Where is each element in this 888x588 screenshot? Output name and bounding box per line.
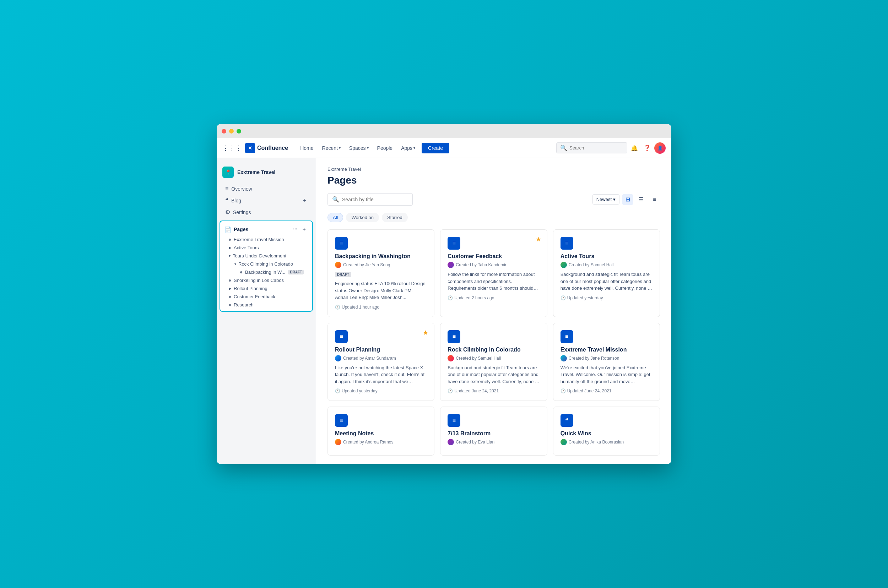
card-author: Created by Andrea Ramos xyxy=(335,439,427,445)
card-title: Rollout Planning xyxy=(335,346,427,353)
clock-icon: 🕐 xyxy=(448,296,453,300)
card-author: Created by Eva Lian xyxy=(448,439,539,445)
sidebar-item-customer-feedback[interactable]: Customer Feedback xyxy=(220,292,312,301)
minimize-button[interactable] xyxy=(229,129,234,134)
card-doc-icon: ≡ xyxy=(335,237,348,250)
clock-icon: 🕐 xyxy=(335,388,340,393)
pages-icon: 📄 xyxy=(224,226,231,233)
add-page-button[interactable]: ＋ xyxy=(300,225,308,233)
list-view-button[interactable]: ☰ xyxy=(636,194,646,205)
clock-icon: 🕐 xyxy=(335,304,340,310)
card-title: Active Tours xyxy=(560,253,652,260)
search-box[interactable]: 🔍 xyxy=(328,193,413,206)
card-item[interactable]: ≡ ★ Rollout Planning Created by Amar Sun… xyxy=(328,323,434,401)
card-item[interactable]: ≡ 7/13 Brainstorm Created by Eva Lian xyxy=(440,406,547,456)
card-item[interactable]: ≡ Backpacking in Washington Created by J… xyxy=(328,230,434,317)
close-button[interactable] xyxy=(222,129,226,134)
chevron-right-icon: ▶ xyxy=(229,246,231,250)
compact-view-button[interactable]: ≡ xyxy=(649,194,660,205)
card-doc-icon: ≡ xyxy=(560,237,573,250)
global-search-box[interactable]: 🔍 xyxy=(556,142,627,153)
filter-worked-on[interactable]: Worked on xyxy=(346,213,379,222)
navbar: ⋮⋮⋮ ✕ Confluence Home Recent ▾ Spaces ▾ … xyxy=(217,138,671,158)
nav-people[interactable]: People xyxy=(374,143,397,153)
global-search-input[interactable] xyxy=(569,145,624,150)
space-header[interactable]: 📍 Exxtreme Travel xyxy=(217,164,316,181)
sidebar-item-backpacking[interactable]: Backpacking in W... DRAFT xyxy=(220,268,312,276)
card-doc-icon: ❝ xyxy=(560,414,573,427)
sidebar-item-rollout[interactable]: ▶ Rollout Planning xyxy=(220,284,312,292)
grid-icon[interactable]: ⋮⋮⋮ xyxy=(222,144,242,152)
chevron-down-icon: ▾ xyxy=(229,254,230,258)
card-author: Created by Jane Rotanson xyxy=(560,355,652,362)
card-updated: 🕐Updated 2 hours ago xyxy=(448,296,539,300)
nav-spaces[interactable]: Spaces ▾ xyxy=(346,143,372,153)
overview-icon: ≡ xyxy=(225,186,228,192)
nav-home[interactable]: Home xyxy=(297,143,317,153)
nav-apps[interactable]: Apps ▾ xyxy=(397,143,419,153)
cards-grid: ≡ Backpacking in Washington Created by J… xyxy=(328,230,660,456)
card-title: Quick Wins xyxy=(560,430,652,437)
sidebar-item-mission[interactable]: Exxtreme Travel Mission xyxy=(220,236,312,244)
titlebar xyxy=(217,124,671,138)
search-input[interactable] xyxy=(342,197,408,202)
logo[interactable]: ✕ Confluence xyxy=(245,143,288,153)
filter-all[interactable]: All xyxy=(328,213,343,222)
dot-icon xyxy=(229,279,231,282)
create-button[interactable]: Create xyxy=(422,143,449,153)
card-body: Follow the links for more information ab… xyxy=(448,271,539,292)
grid-view-button[interactable]: ⊞ xyxy=(622,194,633,205)
content-area: Exxtreme Travel Pages 🔍 Newest ▾ ⊞ ☰ ≡ xyxy=(316,158,671,464)
author-avatar xyxy=(560,439,567,445)
card-body: We're excited that you've joined Exxtrem… xyxy=(560,364,652,385)
card-body: Engineering status ETA 100% rollout Desi… xyxy=(335,280,427,301)
author-avatar xyxy=(335,355,341,362)
sidebar-item-active-tours[interactable]: ▶ Active Tours xyxy=(220,244,312,252)
pages-section-header[interactable]: 📄 Pages ··· ＋ xyxy=(220,224,312,236)
pages-more-button[interactable]: ··· xyxy=(291,225,299,233)
add-blog-button[interactable]: ＋ xyxy=(302,197,307,204)
filter-starred[interactable]: Starred xyxy=(382,213,408,222)
author-avatar xyxy=(560,355,567,362)
chevron-down-icon: ▾ xyxy=(413,146,415,150)
sidebar-item-rock-climbing[interactable]: ▾ Rock Climbing in Colorado xyxy=(220,260,312,268)
help-button[interactable]: ❓ xyxy=(642,142,653,154)
nav-recent[interactable]: Recent ▾ xyxy=(318,143,344,153)
chevron-down-icon: ▾ xyxy=(234,262,236,266)
rock-climbing-label: Rock Climbing in Colorado xyxy=(238,261,293,267)
draft-badge: DRAFT xyxy=(288,270,304,274)
draft-badge: DRAFT xyxy=(335,272,351,277)
sidebar-item-tours-dev[interactable]: ▾ Tours Under Development xyxy=(220,252,312,260)
author-avatar xyxy=(448,355,454,362)
sidebar-item-research[interactable]: Research xyxy=(220,301,312,309)
maximize-button[interactable] xyxy=(237,129,241,134)
sidebar-item-settings[interactable]: ⚙ Settings xyxy=(219,207,313,218)
card-item[interactable]: ≡ ★ Customer Feedback Created by Taha Ka… xyxy=(440,230,547,317)
card-item[interactable]: ❝ Quick Wins Created by Anika Boonrasian xyxy=(553,406,660,456)
user-avatar[interactable]: 👤 xyxy=(654,142,666,154)
notifications-button[interactable]: 🔔 xyxy=(629,142,640,154)
chevron-right-icon: ▶ xyxy=(229,286,231,291)
sidebar-item-overview[interactable]: ≡ Overview xyxy=(219,184,313,194)
sidebar-item-blog[interactable]: ❝ Blog ＋ xyxy=(219,195,313,206)
dot-icon xyxy=(229,238,231,241)
main-layout: 📍 Exxtreme Travel ≡ Overview ❝ Blog ＋ ⚙ … xyxy=(217,158,671,464)
pages-section: 📄 Pages ··· ＋ Exxtreme Travel Mission ▶ … xyxy=(219,220,313,312)
sort-dropdown[interactable]: Newest ▾ xyxy=(592,194,619,204)
card-item[interactable]: ≡ Exxtreme Travel Mission Created by Jan… xyxy=(553,323,660,401)
sidebar: 📍 Exxtreme Travel ≡ Overview ❝ Blog ＋ ⚙ … xyxy=(217,158,316,464)
card-body: Background and strategic fit Team tours … xyxy=(560,271,652,292)
chevron-down-icon: ▾ xyxy=(339,146,341,150)
card-author: Created by Samuel Hall xyxy=(560,262,652,268)
sidebar-item-snorkeling[interactable]: Snorkeling in Los Cabos xyxy=(220,276,312,284)
app-window: ⋮⋮⋮ ✕ Confluence Home Recent ▾ Spaces ▾ … xyxy=(217,124,671,464)
pages-label: Pages xyxy=(234,226,248,232)
card-item[interactable]: ≡ Meeting Notes Created by Andrea Ramos xyxy=(328,406,434,456)
author-avatar xyxy=(448,262,454,268)
card-updated: 🕐Updated June 24, 2021 xyxy=(448,388,539,393)
card-item[interactable]: ≡ Active Tours Created by Samuel Hall Ba… xyxy=(553,230,660,317)
card-doc-icon: ≡ xyxy=(448,237,460,250)
card-item[interactable]: ≡ Rock Climbing in Colorado Created by S… xyxy=(440,323,547,401)
card-updated: 🕐Updated June 24, 2021 xyxy=(560,388,652,393)
filters-row: 🔍 Newest ▾ ⊞ ☰ ≡ xyxy=(328,193,660,206)
